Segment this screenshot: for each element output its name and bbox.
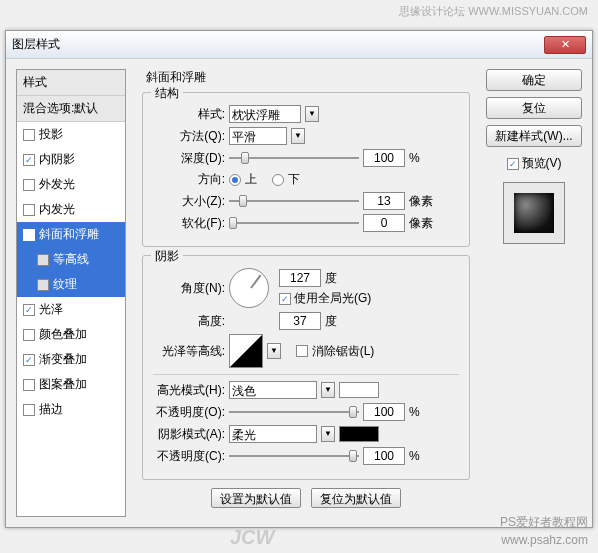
- shadow-opacity-slider[interactable]: [229, 449, 359, 463]
- angle-wheel[interactable]: [229, 268, 269, 308]
- size-unit: 像素: [409, 193, 433, 210]
- checkbox[interactable]: [23, 379, 35, 391]
- style-item-inner-shadow[interactable]: 内阴影: [17, 147, 125, 172]
- set-default-button[interactable]: 设置为默认值: [211, 488, 301, 508]
- shading-legend: 阴影: [151, 248, 183, 265]
- highlight-mode-select[interactable]: 浅色: [229, 381, 317, 399]
- watermark-jcw: JCW: [230, 526, 274, 549]
- layer-style-dialog: 图层样式 ✕ 样式 混合选项:默认 投影 内阴影 外发光 内发光 斜面和浮雕 等…: [5, 30, 593, 528]
- styles-header[interactable]: 样式: [17, 70, 125, 96]
- preview-label: 预览(V): [522, 155, 562, 172]
- highlight-opacity-label: 不透明度(O):: [153, 404, 225, 421]
- watermark-top: 思缘设计论坛 WWW.MISSYUAN.COM: [399, 4, 588, 19]
- watermark-bottom-2: www.psahz.com: [501, 533, 588, 547]
- close-button[interactable]: ✕: [544, 36, 586, 54]
- angle-input[interactable]: [279, 269, 321, 287]
- shadow-opacity-label: 不透明度(C):: [153, 448, 225, 465]
- depth-unit: %: [409, 151, 420, 165]
- altitude-label: 高度:: [153, 313, 225, 330]
- ok-button[interactable]: 确定: [486, 69, 582, 91]
- depth-slider[interactable]: [229, 151, 359, 165]
- angle-label: 角度(N):: [153, 280, 225, 297]
- checkbox[interactable]: [37, 254, 49, 266]
- gloss-contour-picker[interactable]: [229, 334, 263, 368]
- style-item-texture[interactable]: 纹理: [17, 272, 125, 297]
- checkbox[interactable]: [23, 129, 35, 141]
- checkbox[interactable]: [23, 179, 35, 191]
- size-input[interactable]: [363, 192, 405, 210]
- structure-legend: 结构: [151, 85, 183, 102]
- dropdown-arrow-icon[interactable]: ▼: [267, 343, 281, 359]
- shadow-color[interactable]: [339, 426, 379, 442]
- dropdown-arrow-icon[interactable]: ▼: [291, 128, 305, 144]
- shading-fieldset: 阴影 角度(N): 度 使用全局光(G): [142, 255, 470, 480]
- checkbox[interactable]: [23, 329, 35, 341]
- preview-checkbox[interactable]: [507, 158, 519, 170]
- styles-panel: 样式 混合选项:默认 投影 内阴影 外发光 内发光 斜面和浮雕 等高线 纹理 光…: [16, 69, 126, 517]
- depth-input[interactable]: [363, 149, 405, 167]
- soften-slider[interactable]: [229, 216, 359, 230]
- checkbox[interactable]: [23, 154, 35, 166]
- shadow-mode-select[interactable]: 柔光: [229, 425, 317, 443]
- checkbox[interactable]: [23, 304, 35, 316]
- dropdown-arrow-icon[interactable]: ▼: [305, 106, 319, 122]
- highlight-opacity-slider[interactable]: [229, 405, 359, 419]
- gloss-contour-label: 光泽等高线:: [153, 343, 225, 360]
- style-list: 投影 内阴影 外发光 内发光 斜面和浮雕 等高线 纹理 光泽 颜色叠加 渐变叠加…: [17, 122, 125, 516]
- highlight-mode-label: 高光模式(H):: [153, 382, 225, 399]
- altitude-unit: 度: [325, 313, 337, 330]
- dropdown-arrow-icon[interactable]: ▼: [321, 382, 335, 398]
- checkbox[interactable]: [23, 229, 35, 241]
- soften-unit: 像素: [409, 215, 433, 232]
- style-select[interactable]: 枕状浮雕: [229, 105, 301, 123]
- highlight-opacity-input[interactable]: [363, 403, 405, 421]
- highlight-opacity-unit: %: [409, 405, 420, 419]
- style-item-gradient-overlay[interactable]: 渐变叠加: [17, 347, 125, 372]
- structure-fieldset: 结构 样式: 枕状浮雕▼ 方法(Q): 平滑▼ 深度(D): % 方向:: [142, 92, 470, 247]
- style-item-bevel-emboss[interactable]: 斜面和浮雕: [17, 222, 125, 247]
- method-label: 方法(Q):: [153, 128, 225, 145]
- style-item-stroke[interactable]: 描边: [17, 397, 125, 422]
- style-item-pattern-overlay[interactable]: 图案叠加: [17, 372, 125, 397]
- checkbox[interactable]: [23, 354, 35, 366]
- style-label: 样式:: [153, 106, 225, 123]
- direction-label: 方向:: [153, 171, 225, 188]
- watermark-bottom-1: PS爱好者教程网: [500, 514, 588, 531]
- antialias-checkbox[interactable]: [296, 345, 308, 357]
- style-item-color-overlay[interactable]: 颜色叠加: [17, 322, 125, 347]
- style-item-contour[interactable]: 等高线: [17, 247, 125, 272]
- global-light-label: 使用全局光(G): [294, 290, 371, 307]
- soften-label: 软化(F):: [153, 215, 225, 232]
- style-item-outer-glow[interactable]: 外发光: [17, 172, 125, 197]
- direction-up-radio[interactable]: [229, 174, 241, 186]
- reset-default-button[interactable]: 复位为默认值: [311, 488, 401, 508]
- highlight-color[interactable]: [339, 382, 379, 398]
- shadow-opacity-unit: %: [409, 449, 420, 463]
- action-panel: 确定 复位 新建样式(W)... 预览(V): [486, 69, 582, 517]
- section-title: 斜面和浮雕: [146, 69, 470, 86]
- altitude-input[interactable]: [279, 312, 321, 330]
- soften-input[interactable]: [363, 214, 405, 232]
- style-item-satin[interactable]: 光泽: [17, 297, 125, 322]
- style-item-inner-glow[interactable]: 内发光: [17, 197, 125, 222]
- blend-options-header[interactable]: 混合选项:默认: [17, 96, 125, 122]
- checkbox[interactable]: [23, 204, 35, 216]
- shadow-mode-label: 阴影模式(A):: [153, 426, 225, 443]
- size-slider[interactable]: [229, 194, 359, 208]
- angle-unit: 度: [325, 270, 337, 287]
- antialias-label: 消除锯齿(L): [312, 343, 375, 360]
- checkbox[interactable]: [23, 404, 35, 416]
- preview-thumbnail: [503, 182, 565, 244]
- global-light-checkbox[interactable]: [279, 293, 291, 305]
- checkbox[interactable]: [37, 279, 49, 291]
- depth-label: 深度(D):: [153, 150, 225, 167]
- style-item-drop-shadow[interactable]: 投影: [17, 122, 125, 147]
- dialog-title: 图层样式: [12, 36, 544, 53]
- reset-button[interactable]: 复位: [486, 97, 582, 119]
- titlebar: 图层样式 ✕: [6, 31, 592, 59]
- dropdown-arrow-icon[interactable]: ▼: [321, 426, 335, 442]
- method-select[interactable]: 平滑: [229, 127, 287, 145]
- new-style-button[interactable]: 新建样式(W)...: [486, 125, 582, 147]
- direction-down-radio[interactable]: [272, 174, 284, 186]
- shadow-opacity-input[interactable]: [363, 447, 405, 465]
